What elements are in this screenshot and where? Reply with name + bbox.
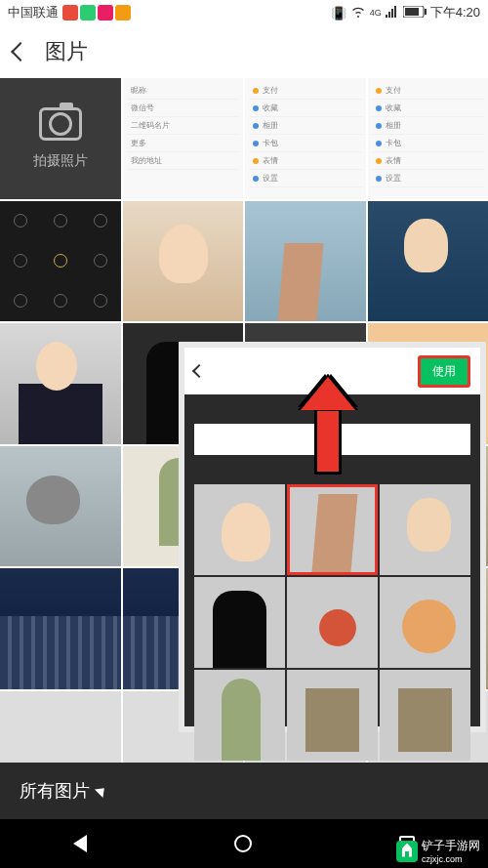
dropdown-arrow-icon [95, 784, 108, 798]
photo-thumbnail[interactable]: 昵称 微信号 二维码名片 更多 我的地址 [123, 78, 244, 199]
network-type: 4G [370, 8, 382, 18]
signal-icon [386, 6, 399, 21]
overlay-thumbnail[interactable] [194, 577, 285, 668]
watermark-text: 铲子手游网 czjxjc.com [422, 838, 480, 864]
clock-text: 下午4:20 [430, 4, 480, 21]
watermark-logo-icon [396, 841, 418, 862]
app-icon-4 [115, 5, 131, 21]
use-button[interactable]: 使用 [418, 355, 470, 388]
annotation-arrow [314, 408, 342, 475]
svg-rect-1 [388, 12, 390, 18]
status-right: 📳 4G 下午4:20 [331, 4, 480, 21]
app-icon-2 [80, 5, 96, 21]
app-icon-1 [62, 5, 78, 21]
overlay-thumbnail[interactable] [287, 577, 378, 668]
battery-icon [403, 6, 427, 21]
overlay-photo-grid [184, 484, 480, 761]
vibrate-icon: 📳 [331, 6, 346, 21]
photo-thumbnail[interactable] [0, 201, 121, 322]
photo-thumbnail[interactable] [123, 201, 244, 322]
app-icon-3 [98, 5, 113, 21]
photo-thumbnail[interactable]: 支付 收藏 相册 卡包 表情 设置 [368, 78, 489, 199]
svg-rect-6 [425, 9, 427, 15]
photo-thumbnail[interactable] [368, 201, 489, 322]
album-selector-bar[interactable]: 所有图片 [0, 763, 488, 819]
notification-app-icons [62, 5, 131, 21]
photo-thumbnail[interactable] [0, 568, 121, 689]
overlay-thumbnail[interactable] [380, 577, 470, 668]
svg-rect-2 [391, 9, 393, 18]
photo-thumbnail[interactable]: 支付 收藏 相册 卡包 表情 设置 [245, 78, 366, 199]
page-title: 图片 [45, 37, 88, 66]
status-bar: 中国联通 📳 4G 下午4:20 [0, 0, 488, 25]
back-button[interactable] [11, 42, 30, 62]
overlay-thumbnail[interactable] [194, 670, 285, 761]
nav-back-button[interactable] [73, 835, 87, 852]
svg-rect-5 [405, 8, 419, 16]
take-photo-label: 拍摄照片 [33, 152, 88, 170]
svg-rect-3 [394, 6, 396, 18]
photo-thumbnail[interactable] [0, 323, 121, 444]
overlay-thumbnail[interactable] [380, 484, 470, 575]
overlay-back-button[interactable] [192, 364, 206, 378]
wifi-icon [350, 6, 366, 21]
photo-thumbnail[interactable] [0, 446, 121, 567]
album-selector-label: 所有图片 [20, 779, 107, 803]
svg-rect-0 [386, 15, 387, 18]
overlay-thumbnail-selected[interactable] [287, 484, 378, 575]
page-header: 图片 [0, 25, 488, 78]
watermark: 铲子手游网 czjxjc.com [396, 838, 480, 864]
overlay-thumbnail[interactable] [287, 670, 378, 761]
status-left: 中国联通 [8, 4, 131, 21]
overlay-thumbnail[interactable] [194, 484, 285, 575]
photo-thumbnail[interactable] [245, 201, 366, 322]
take-photo-button[interactable]: 拍摄照片 [0, 78, 121, 199]
nav-home-button[interactable] [234, 835, 252, 852]
camera-icon [39, 107, 82, 141]
overlay-thumbnail[interactable] [380, 670, 470, 761]
carrier-text: 中国联通 [8, 4, 59, 21]
